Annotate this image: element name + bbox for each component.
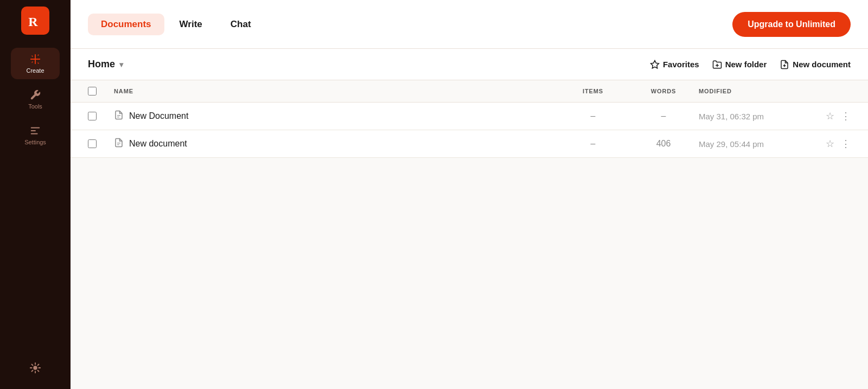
favorites-label: Favorites <box>663 60 699 69</box>
select-all-checkbox[interactable] <box>88 87 97 95</box>
row-words-1: 406 <box>628 139 699 149</box>
sidebar-tools-label: Tools <box>28 103 42 110</box>
row-name-1: New document <box>114 138 558 150</box>
svg-line-10 <box>38 371 39 372</box>
svg-marker-13 <box>650 60 659 68</box>
document-icon <box>114 138 124 150</box>
row-name-0: New Document <box>114 110 558 122</box>
table-row[interactable]: New Document – – May 31, 06:32 pm ☆ ⋮ <box>71 103 868 130</box>
col-modified: MODIFIED <box>699 88 818 94</box>
nav-tabs: Documents Write Chat <box>88 14 728 35</box>
tab-documents[interactable]: Documents <box>88 14 164 35</box>
document-icon <box>114 110 124 122</box>
sun-icon[interactable] <box>29 362 41 374</box>
tab-chat[interactable]: Chat <box>218 14 264 35</box>
sidebar-item-tools[interactable]: Tools <box>11 84 60 115</box>
upgrade-button[interactable]: Upgrade to Unlimited <box>732 12 851 37</box>
favorite-star-icon-1[interactable]: ☆ <box>826 138 834 150</box>
star-icon <box>650 60 660 69</box>
row-date-1: May 29, 05:44 pm <box>699 139 818 149</box>
table-body: New Document – – May 31, 06:32 pm ☆ ⋮ <box>71 103 868 158</box>
table-header: NAME ITEMS WORDS MODIFIED <box>71 80 868 103</box>
row-actions-1: ☆ ⋮ <box>818 138 851 150</box>
sidebar-item-settings[interactable]: Settings <box>11 119 60 151</box>
row-checkbox-cell <box>88 139 114 148</box>
row-items-1: – <box>558 139 628 149</box>
row-words-0: – <box>628 111 699 121</box>
tab-write[interactable]: Write <box>167 14 215 35</box>
content-area: Home ▾ Favorites New folder <box>71 49 868 389</box>
svg-line-12 <box>38 365 39 366</box>
row-date-0: May 31, 06:32 pm <box>699 112 818 121</box>
favorite-star-icon-0[interactable]: ☆ <box>826 110 834 122</box>
table-row[interactable]: New document – 406 May 29, 05:44 pm ☆ ⋮ <box>71 130 868 158</box>
sidebar-bottom <box>29 362 41 382</box>
svg-line-11 <box>32 371 33 372</box>
col-items: ITEMS <box>558 88 628 94</box>
row-actions-0: ☆ ⋮ <box>818 110 851 122</box>
svg-point-4 <box>33 366 37 369</box>
sidebar-nav: Create Tools Settings <box>0 48 71 362</box>
sidebar-item-create[interactable]: Create <box>11 48 60 79</box>
chevron-down-icon: ▾ <box>119 60 123 69</box>
row-checkbox-0[interactable] <box>88 112 97 120</box>
row-name-text: New document <box>129 139 187 149</box>
sidebar-create-label: Create <box>26 67 44 74</box>
row-items-0: – <box>558 111 628 121</box>
more-options-icon-1[interactable]: ⋮ <box>841 138 851 150</box>
breadcrumb-home[interactable]: Home ▾ <box>88 59 123 70</box>
sidebar-settings-label: Settings <box>24 139 46 145</box>
svg-line-9 <box>32 365 33 366</box>
folder-icon <box>712 60 722 69</box>
row-checkbox-cell <box>88 112 114 120</box>
favorites-action[interactable]: Favorites <box>650 60 699 69</box>
breadcrumb-actions: Favorites New folder <box>650 60 851 69</box>
col-words: WORDS <box>628 88 699 94</box>
app-logo[interactable]: R <box>21 7 49 35</box>
main-content: Documents Write Chat Upgrade to Unlimite… <box>71 0 868 389</box>
more-options-icon-0[interactable]: ⋮ <box>841 110 851 122</box>
col-name: NAME <box>114 88 558 94</box>
new-document-label: New document <box>793 60 851 69</box>
document-plus-icon <box>780 60 789 69</box>
row-name-text: New Document <box>129 111 188 121</box>
new-document-action[interactable]: New document <box>780 60 851 69</box>
home-label: Home <box>88 59 115 70</box>
header-checkbox-cell <box>88 87 114 95</box>
row-checkbox-1[interactable] <box>88 139 97 148</box>
svg-text:R: R <box>28 15 38 29</box>
new-folder-action[interactable]: New folder <box>712 60 767 69</box>
sidebar: R Create Tools Settings <box>0 0 71 389</box>
header: Documents Write Chat Upgrade to Unlimite… <box>71 0 868 49</box>
breadcrumb-bar: Home ▾ Favorites New folder <box>71 49 868 80</box>
new-folder-label: New folder <box>725 60 767 69</box>
